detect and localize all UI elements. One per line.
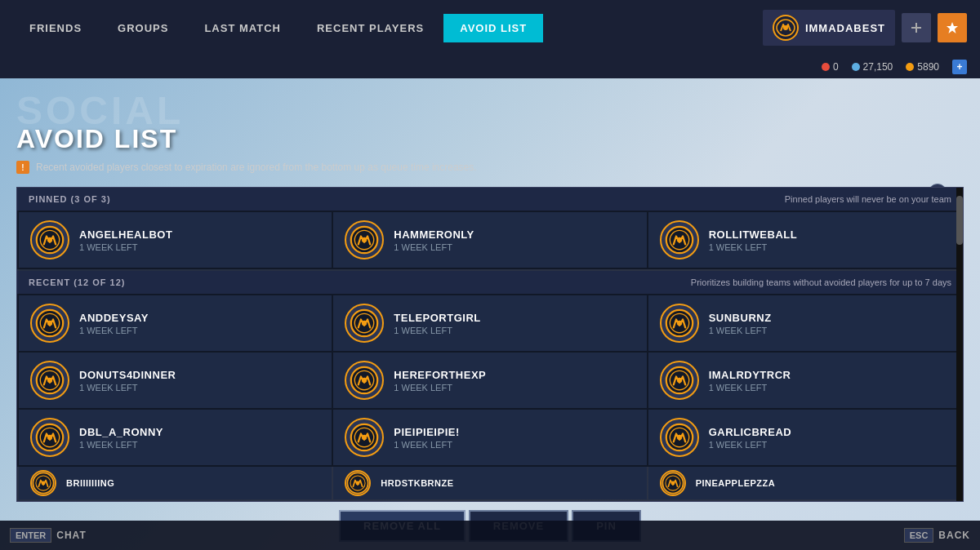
player-avatar: [345, 220, 384, 259]
blue-currency-value: 27,150: [863, 61, 893, 73]
svg-point-31: [670, 481, 675, 486]
player-avatar: [660, 220, 699, 259]
add-currency-button[interactable]: +: [952, 60, 967, 74]
top-navigation: FRIENDS GROUPS LAST MATCH RECENT PLAYERS…: [0, 0, 980, 55]
player-name: SUNBURNZ: [709, 312, 950, 324]
player-time: 1 WEEK LEFT: [79, 242, 320, 252]
bottom-bar: ENTER CHAT ESC BACK: [0, 521, 980, 550]
tab-recent-players[interactable]: RECENT PLAYERS: [301, 14, 440, 42]
player-name: HAMMERONLY: [394, 228, 635, 241]
scrollbar-thumb[interactable]: [956, 196, 963, 245]
overwatch-logo-icon: [773, 15, 799, 41]
tab-avoid-list[interactable]: AVOID LIST: [443, 14, 543, 42]
pinned-players-grid: ANGELHEALBOT 1 WEEK LEFT HAMMERONLY 1 WE…: [17, 211, 963, 269]
svg-point-7: [677, 237, 682, 242]
svg-point-29: [356, 481, 360, 486]
player-name: BRIIIIIIING: [66, 478, 320, 488]
player-info: PINEAPPLEPZZA: [696, 478, 950, 488]
player-info: IMALRDYTRCR 1 WEEK LEFT: [709, 369, 950, 393]
scrollbar-track[interactable]: [956, 188, 963, 501]
player-info: ROLLITWEBALL 1 WEEK LEFT: [709, 228, 950, 252]
svg-point-25: [677, 435, 682, 440]
player-info: GARLICBREAD 1 WEEK LEFT: [709, 426, 950, 450]
player-avatar: [345, 470, 371, 496]
player-info: HEREFORTHEXP 1 WEEK LEFT: [394, 369, 635, 393]
player-name: GARLICBREAD: [709, 426, 950, 438]
pinned-label: PINNED (3 OF 3): [29, 194, 111, 204]
player-card[interactable]: DONUTS4DINNER 1 WEEK LEFT: [19, 353, 332, 408]
blue-currency-icon: [852, 63, 860, 71]
player-name: HRDSTKBRNZE: [381, 478, 635, 488]
gold-currency-value: 5890: [917, 61, 939, 73]
enter-key: ENTER: [10, 528, 51, 543]
player-card[interactable]: DBL_A_RONNY 1 WEEK LEFT: [19, 410, 332, 465]
red-currency-icon: [822, 63, 830, 71]
player-card-partial[interactable]: HRDSTKBRNZE: [333, 467, 646, 499]
player-avatar: [30, 304, 69, 343]
player-time: 1 WEEK LEFT: [394, 440, 635, 450]
tab-last-match[interactable]: LAST MATCH: [188, 14, 297, 42]
player-card[interactable]: PIEIPIEIPIE! 1 WEEK LEFT: [333, 410, 646, 465]
player-time: 1 WEEK LEFT: [394, 326, 635, 335]
player-avatar: [660, 418, 699, 457]
social-watermark: SOCIAL: [16, 91, 184, 131]
pinned-section-header: PINNED (3 OF 3) Pinned players will neve…: [17, 188, 963, 211]
player-info: TELEPORTGIRL 1 WEEK LEFT: [394, 312, 635, 335]
svg-point-11: [362, 321, 367, 326]
partial-row: BRIIIIIIING HRDSTKBRNZE PINEAPPLEPZZA: [17, 467, 963, 501]
player-time: 1 WEEK LEFT: [709, 383, 950, 393]
player-card[interactable]: ANGELHEALBOT 1 WEEK LEFT: [19, 212, 332, 268]
recent-section-header: RECENT (12 OF 12) Prioritizes building t…: [17, 271, 963, 294]
player-time: 1 WEEK LEFT: [79, 383, 320, 393]
player-avatar: [345, 304, 384, 343]
premium-button[interactable]: [938, 13, 967, 42]
player-card[interactable]: SUNBURNZ 1 WEEK LEFT: [648, 295, 961, 351]
svg-point-27: [42, 481, 46, 486]
warning-bar: ! Recent avoided players closest to expi…: [16, 161, 964, 174]
player-time: 1 WEEK LEFT: [79, 326, 320, 335]
player-card[interactable]: TELEPORTGIRL 1 WEEK LEFT: [333, 295, 646, 351]
add-friend-button[interactable]: [902, 13, 931, 42]
svg-point-9: [47, 321, 52, 326]
player-name: DBL_A_RONNY: [79, 426, 320, 438]
player-card[interactable]: GARLICBREAD 1 WEEK LEFT: [648, 410, 961, 465]
player-card[interactable]: HEREFORTHEXP 1 WEEK LEFT: [333, 353, 646, 408]
player-card[interactable]: ROLLITWEBALL 1 WEEK LEFT: [648, 212, 961, 268]
player-info: HAMMERONLY 1 WEEK LEFT: [394, 228, 635, 252]
player-card-partial[interactable]: BRIIIIIIING: [19, 467, 332, 499]
player-card[interactable]: ANDDEYSAY 1 WEEK LEFT: [19, 295, 332, 351]
player-name: HEREFORTHEXP: [394, 369, 635, 381]
gold-currency-icon: [906, 63, 914, 71]
player-info: PIEIPIEIPIE! 1 WEEK LEFT: [394, 426, 635, 450]
player-card[interactable]: IMALRDYTRCR 1 WEEK LEFT: [648, 353, 961, 408]
player-name: DONUTS4DINNER: [79, 369, 320, 381]
player-time: 1 WEEK LEFT: [709, 440, 950, 450]
player-card[interactable]: HAMMERONLY 1 WEEK LEFT: [333, 212, 646, 268]
svg-point-19: [677, 378, 682, 383]
player-name: IMALRDYTRCR: [709, 369, 950, 381]
tab-friends[interactable]: FRIENDS: [13, 14, 98, 42]
player-avatar: [660, 304, 699, 343]
currency-blue: 27,150: [852, 61, 893, 73]
bottom-right: ESC BACK: [904, 528, 970, 543]
nav-tabs: FRIENDS GROUPS LAST MATCH RECENT PLAYERS…: [13, 14, 543, 42]
currency-bar: 0 27,150 5890 +: [0, 55, 980, 78]
currency-gold: 5890: [906, 61, 939, 73]
player-avatar: [345, 361, 384, 400]
recent-note: Prioritizes building teams without avoid…: [691, 277, 951, 287]
main-area: SOCIAL AVOID LIST ! Recent avoided playe…: [0, 78, 980, 550]
player-info: BRIIIIIIING: [66, 478, 320, 488]
svg-point-21: [47, 435, 52, 440]
player-avatar: [30, 220, 69, 259]
player-card-partial[interactable]: PINEAPPLEPZZA: [648, 467, 961, 499]
player-name: ROLLITWEBALL: [709, 228, 950, 241]
player-name: ANDDEYSAY: [79, 312, 320, 324]
svg-point-15: [47, 378, 52, 383]
tab-groups[interactable]: GROUPS: [101, 14, 185, 42]
esc-key: ESC: [904, 528, 934, 543]
player-avatar: [660, 361, 699, 400]
premium-icon: [946, 21, 959, 34]
currency-red: 0: [822, 61, 839, 73]
player-info: ANDDEYSAY 1 WEEK LEFT: [79, 312, 320, 335]
svg-point-1: [783, 25, 788, 30]
